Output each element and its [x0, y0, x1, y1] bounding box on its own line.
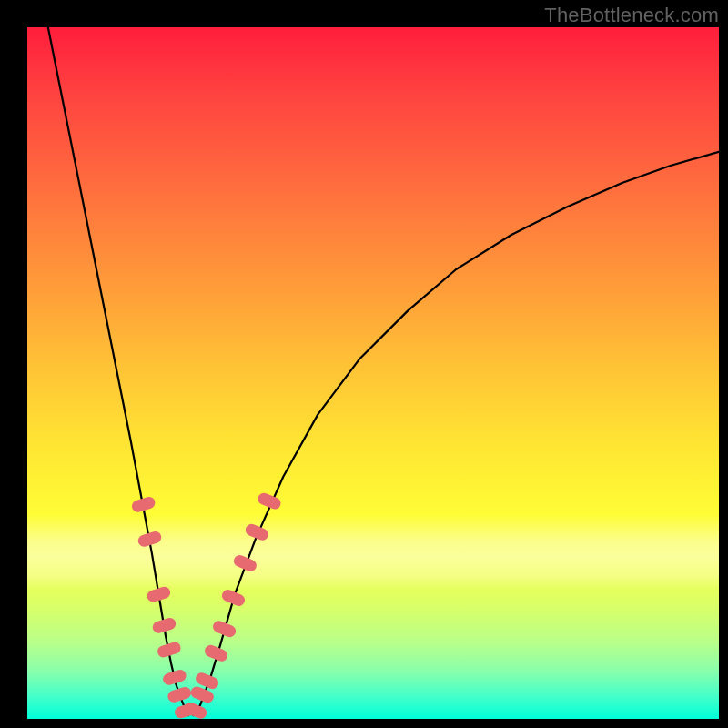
data-marker [232, 553, 258, 573]
right-branch-curve [193, 152, 719, 715]
data-marker [244, 522, 270, 542]
curve-layer [27, 27, 719, 719]
marker-group [130, 491, 282, 719]
data-marker [220, 588, 247, 608]
data-marker [146, 585, 172, 603]
data-marker [162, 668, 188, 686]
plot-area [27, 27, 719, 719]
watermark-text: TheBottleneck.com [544, 4, 719, 27]
chart-frame: TheBottleneck.com [0, 0, 728, 728]
left-branch-curve [48, 27, 188, 715]
data-marker [167, 685, 193, 703]
data-marker [211, 619, 238, 639]
